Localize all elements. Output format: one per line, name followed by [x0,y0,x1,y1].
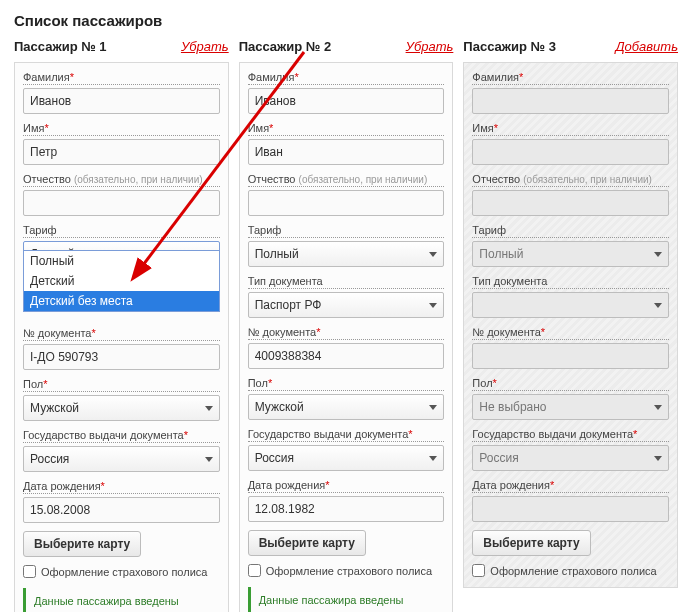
chevron-down-icon [429,456,437,461]
docno-input[interactable] [23,344,220,370]
tariff-option-child-noseat[interactable]: Детский без места [24,291,219,311]
passenger-header: Пассажир № 3 [463,39,556,54]
passenger-col-1: Пассажир № 1 Убрать Фамилия* Имя* Отчест… [14,37,229,612]
doctype-select[interactable]: Паспорт РФ [248,292,445,318]
passenger-col-2: Пассажир № 2 Убрать Фамилия* Имя* Отчест… [239,37,454,612]
name-input[interactable] [472,139,669,165]
tariff-label: Тариф [23,224,220,238]
country-select[interactable]: Россия [248,445,445,471]
passenger-header: Пассажир № 1 [14,39,107,54]
name-input[interactable] [23,139,220,165]
chevron-down-icon [654,456,662,461]
chevron-down-icon [429,252,437,257]
passenger-header: Пассажир № 2 [239,39,332,54]
sex-select[interactable]: Не выбрано [472,394,669,420]
country-select[interactable]: Россия [23,446,220,472]
doctype-label: Тип документа [248,275,445,289]
dob-input[interactable] [23,497,220,523]
docno-input[interactable] [248,343,445,369]
sex-value: Мужской [30,401,79,415]
sex-label: Пол* [23,378,220,392]
country-value: Россия [255,451,294,465]
docno-label: № документа* [248,326,445,340]
insurance-checkbox[interactable] [472,564,485,577]
tariff-label: Тариф [248,224,445,238]
name-label: Имя* [23,122,220,136]
remove-link[interactable]: Убрать [181,39,229,54]
chevron-down-icon [654,303,662,308]
passenger-col-3: Пассажир № 3 Добавить Фамилия* Имя* Отче… [463,37,678,612]
name-input[interactable] [248,139,445,165]
sex-value: Мужской [255,400,304,414]
surname-label: Фамилия* [472,71,669,85]
sex-label: Пол* [472,377,669,391]
country-value: Россия [30,452,69,466]
country-label: Государство выдачи документа* [472,428,669,442]
surname-label: Фамилия* [23,71,220,85]
select-card-button[interactable]: Выберите карту [23,531,141,557]
dob-label: Дата рождения* [472,479,669,493]
page-title: Список пассажиров [14,12,678,29]
patronymic-input[interactable] [248,190,445,216]
doctype-label: Тип документа [472,275,669,289]
surname-input[interactable] [248,88,445,114]
insurance-label: Оформление страхового полиса [266,565,432,577]
docno-label: № документа* [23,327,220,341]
insurance-checkbox[interactable] [23,565,36,578]
chevron-down-icon [429,303,437,308]
patronymic-input[interactable] [23,190,220,216]
select-card-button[interactable]: Выберите карту [248,530,366,556]
country-label: Государство выдачи документа* [23,429,220,443]
dob-label: Дата рождения* [23,480,220,494]
tariff-value: Полный [255,247,299,261]
chevron-down-icon [429,405,437,410]
validation-ok-msg: Данные пассажира введены корректно [248,587,445,612]
dob-input[interactable] [472,496,669,522]
tariff-dropdown: Полный Детский Детский без места [23,250,220,312]
chevron-down-icon [205,406,213,411]
patronymic-label: Отчество (обязательно, при наличии) [248,173,445,187]
passenger-columns: Пассажир № 1 Убрать Фамилия* Имя* Отчест… [14,37,678,612]
doctype-value: Паспорт РФ [255,298,322,312]
tariff-option-full[interactable]: Полный [24,251,219,271]
tariff-option-child[interactable]: Детский [24,271,219,291]
chevron-down-icon [654,405,662,410]
docno-label: № документа* [472,326,669,340]
country-select[interactable]: Россия [472,445,669,471]
sex-select[interactable]: Мужской [23,395,220,421]
select-card-button[interactable]: Выберите карту [472,530,590,556]
surname-label: Фамилия* [248,71,445,85]
tariff-label: Тариф [472,224,669,238]
surname-input[interactable] [23,88,220,114]
surname-input[interactable] [472,88,669,114]
tariff-select[interactable]: Полный [248,241,445,267]
chevron-down-icon [205,457,213,462]
dob-input[interactable] [248,496,445,522]
remove-link[interactable]: Убрать [406,39,454,54]
country-value: Россия [479,451,518,465]
insurance-label: Оформление страхового полиса [490,565,656,577]
add-link[interactable]: Добавить [615,39,678,54]
patronymic-input[interactable] [472,190,669,216]
name-label: Имя* [248,122,445,136]
docno-input[interactable] [472,343,669,369]
tariff-select[interactable]: Полный [472,241,669,267]
sex-select[interactable]: Мужской [248,394,445,420]
dob-label: Дата рождения* [248,479,445,493]
validation-ok-msg: Данные пассажира введены корректно [23,588,220,612]
sex-value: Не выбрано [479,400,546,414]
patronymic-label: Отчество (обязательно, при наличии) [472,173,669,187]
insurance-label: Оформление страхового полиса [41,566,207,578]
doctype-select[interactable] [472,292,669,318]
sex-label: Пол* [248,377,445,391]
chevron-down-icon [654,252,662,257]
tariff-value: Полный [479,247,523,261]
name-label: Имя* [472,122,669,136]
patronymic-label: Отчество (обязательно, при наличии) [23,173,220,187]
insurance-checkbox[interactable] [248,564,261,577]
country-label: Государство выдачи документа* [248,428,445,442]
